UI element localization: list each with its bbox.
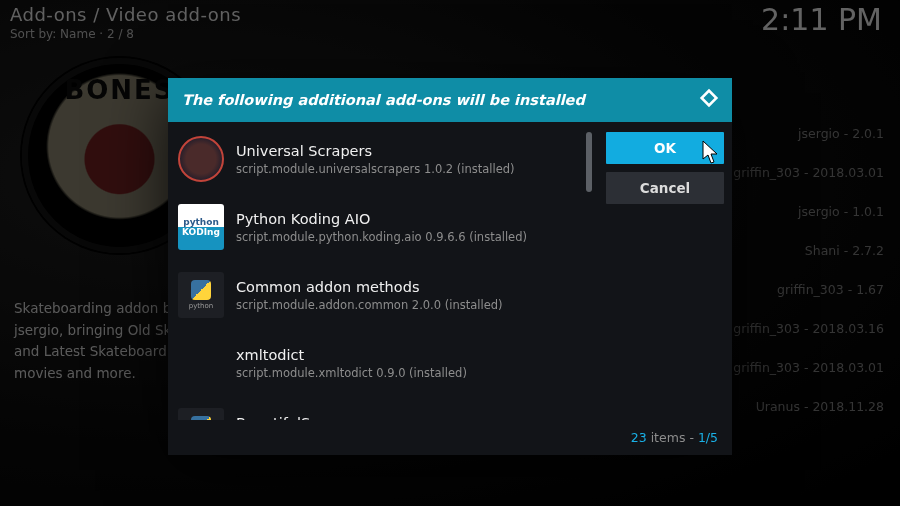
addon-row[interactable]: xmltodict script.module.xmltodict 0.9.0 … (178, 336, 580, 404)
addon-list[interactable]: Universal Scrapers script.module.univers… (178, 132, 584, 420)
dialog-footer: 23 items - 1/5 (168, 424, 732, 455)
addon-name: Common addon methods (236, 279, 503, 295)
addon-name: Python Koding AIO (236, 211, 527, 227)
addon-thumb-icon: python KODIng (178, 204, 224, 250)
footer-page: 1/5 (698, 430, 718, 445)
scrollbar-thumb[interactable] (586, 132, 592, 192)
addon-name: Universal Scrapers (236, 143, 515, 159)
install-dependencies-dialog: The following additional add-ons will be… (168, 78, 732, 455)
addon-thumb-icon (178, 340, 224, 386)
footer-unit: items (647, 430, 686, 445)
kodi-logo-icon (698, 87, 720, 113)
cancel-button[interactable]: Cancel (606, 172, 724, 204)
footer-sep: - (685, 430, 697, 445)
addon-thumb-icon (178, 136, 224, 182)
addon-subtitle: script.module.xmltodict 0.9.0 (installed… (236, 366, 467, 380)
addon-subtitle: script.module.universalscrapers 1.0.2 (i… (236, 162, 515, 176)
scrollbar[interactable] (586, 132, 592, 420)
dialog-actions: OK Cancel (598, 132, 724, 420)
addon-row[interactable]: python BeautifulSoup script.module.beaut… (178, 404, 580, 420)
addon-subtitle: script.module.addon.common 2.0.0 (instal… (236, 298, 503, 312)
addon-thumb-icon: python (178, 272, 224, 318)
addon-thumb-icon: python (178, 408, 224, 420)
addon-subtitle: script.module.python.koding.aio 0.9.6.6 … (236, 230, 527, 244)
addon-name: BeautifulSoup (236, 415, 491, 421)
addon-name: xmltodict (236, 347, 467, 363)
ok-button[interactable]: OK (606, 132, 724, 164)
dialog-header: The following additional add-ons will be… (168, 78, 732, 122)
dialog-title: The following additional add-ons will be… (182, 92, 585, 108)
addon-row[interactable]: python Common addon methods script.modul… (178, 268, 580, 336)
footer-count: 23 (631, 430, 647, 445)
addon-row[interactable]: python KODIng Python Koding AIO script.m… (178, 200, 580, 268)
dialog-body: Universal Scrapers script.module.univers… (168, 122, 732, 424)
addon-row[interactable]: Universal Scrapers script.module.univers… (178, 132, 580, 200)
